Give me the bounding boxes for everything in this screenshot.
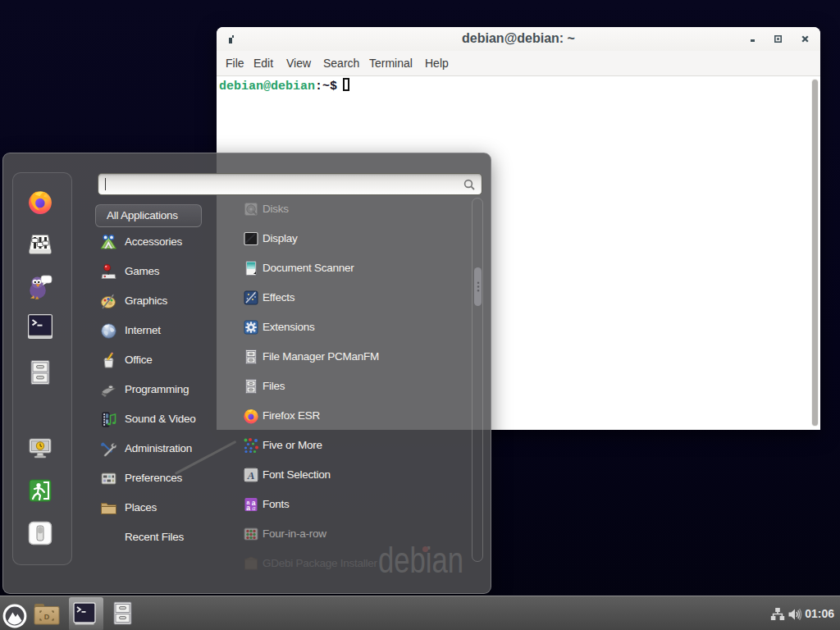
svg-text:A: A: [247, 469, 255, 482]
svg-text:a: a: [253, 504, 256, 512]
svg-text:a: a: [246, 504, 250, 512]
svg-text:D: D: [44, 613, 50, 621]
